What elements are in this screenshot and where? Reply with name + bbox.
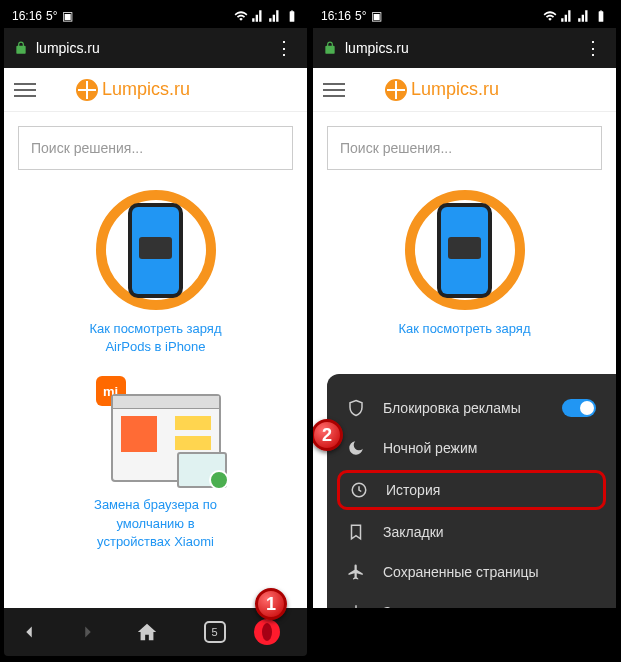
statusbar: 16:16 5° ▣ bbox=[4, 4, 307, 28]
opera-icon bbox=[254, 619, 280, 645]
download-icon bbox=[347, 603, 367, 608]
lock-icon bbox=[14, 41, 28, 55]
screenshot-icon: ▣ bbox=[62, 9, 73, 23]
battery-icon bbox=[594, 9, 608, 23]
article-title-1: Как посмотреть заряд bbox=[333, 320, 596, 338]
opera-menu-popup: Блокировка рекламы Ночной режим История bbox=[327, 374, 616, 608]
statusbar: 16:16 5° ▣ bbox=[313, 4, 616, 28]
url-text: lumpics.ru bbox=[36, 40, 100, 56]
menu-label: История bbox=[386, 482, 440, 498]
site-header: Lumpics.ru bbox=[313, 68, 616, 112]
orange-icon bbox=[76, 79, 98, 101]
status-time: 16:16 bbox=[12, 9, 42, 23]
page-content: Lumpics.ru Поиск решения... Как посмотре… bbox=[313, 68, 616, 608]
article-card-1[interactable]: Как посмотреть заряд bbox=[313, 184, 616, 348]
tabs-button[interactable]: 5 bbox=[195, 621, 235, 643]
battery-icon bbox=[285, 9, 299, 23]
adblock-toggle[interactable] bbox=[562, 399, 596, 417]
page-content: Lumpics.ru Поиск решения... Как посмотре… bbox=[4, 68, 307, 608]
search-input[interactable]: Поиск решения... bbox=[327, 126, 602, 170]
site-brand-text: Lumpics.ru bbox=[102, 79, 190, 100]
status-temp: 5° bbox=[46, 9, 57, 23]
signal-icon-2 bbox=[268, 9, 282, 23]
bottom-nav-hidden bbox=[313, 608, 616, 656]
search-placeholder: Поиск решения... bbox=[31, 140, 143, 156]
menu-label: Сохраненные страницы bbox=[383, 564, 539, 580]
article-card-2[interactable]: mi Замена браузера по умолчанию в устрой… bbox=[4, 366, 307, 561]
menu-item-adblock[interactable]: Блокировка рекламы bbox=[327, 388, 616, 428]
overflow-menu-icon[interactable]: ⋮ bbox=[271, 37, 297, 59]
hamburger-icon[interactable] bbox=[14, 83, 36, 97]
address-bar[interactable]: lumpics.ru ⋮ bbox=[313, 28, 616, 68]
wifi-icon bbox=[543, 9, 557, 23]
back-icon[interactable] bbox=[18, 621, 58, 643]
menu-label: Ночной режим bbox=[383, 440, 477, 456]
plane-icon bbox=[347, 563, 367, 581]
site-logo[interactable]: Lumpics.ru bbox=[76, 79, 190, 101]
address-bar[interactable]: lumpics.ru ⋮ bbox=[4, 28, 307, 68]
annotation-callout-1: 1 bbox=[255, 588, 287, 620]
screenshot-icon: ▣ bbox=[371, 9, 382, 23]
menu-label: Блокировка рекламы bbox=[383, 400, 521, 416]
site-header: Lumpics.ru bbox=[4, 68, 307, 112]
article-illustration bbox=[96, 190, 216, 310]
home-icon[interactable] bbox=[136, 621, 176, 643]
phone-left: 16:16 5° ▣ lumpics.ru ⋮ Lumpics.ru bbox=[4, 4, 307, 656]
tab-count: 5 bbox=[204, 621, 226, 643]
menu-item-downloads[interactable]: Загрузки bbox=[327, 592, 616, 608]
menu-item-saved[interactable]: Сохраненные страницы bbox=[327, 552, 616, 592]
menu-label: Закладки bbox=[383, 524, 444, 540]
url-text: lumpics.ru bbox=[345, 40, 409, 56]
site-logo[interactable]: Lumpics.ru bbox=[385, 79, 499, 101]
article-illustration-2: mi bbox=[86, 376, 226, 486]
signal-icon-2 bbox=[577, 9, 591, 23]
phone-right: 16:16 5° ▣ lumpics.ru ⋮ Lumpics.ru bbox=[313, 4, 616, 656]
menu-item-night[interactable]: Ночной режим bbox=[327, 428, 616, 468]
status-time: 16:16 bbox=[321, 9, 351, 23]
article-title-1: Как посмотреть заряд AirPods в iPhone bbox=[24, 320, 287, 356]
menu-item-bookmarks[interactable]: Закладки bbox=[327, 512, 616, 552]
overflow-menu-icon[interactable]: ⋮ bbox=[580, 37, 606, 59]
search-input[interactable]: Поиск решения... bbox=[18, 126, 293, 170]
article-title-2: Замена браузера по умолчанию в устройств… bbox=[24, 496, 287, 551]
orange-icon bbox=[385, 79, 407, 101]
menu-label: Загрузки bbox=[383, 604, 439, 608]
bookmark-icon bbox=[347, 523, 367, 541]
moon-icon bbox=[347, 439, 367, 457]
article-illustration bbox=[405, 190, 525, 310]
hamburger-icon[interactable] bbox=[323, 83, 345, 97]
menu-item-history[interactable]: История bbox=[337, 470, 606, 510]
signal-icon bbox=[251, 9, 265, 23]
site-brand-text: Lumpics.ru bbox=[411, 79, 499, 100]
search-placeholder: Поиск решения... bbox=[340, 140, 452, 156]
forward-icon[interactable] bbox=[77, 621, 117, 643]
signal-icon bbox=[560, 9, 574, 23]
status-temp: 5° bbox=[355, 9, 366, 23]
lock-icon bbox=[323, 41, 337, 55]
wifi-icon bbox=[234, 9, 248, 23]
article-card-1[interactable]: Как посмотреть заряд AirPods в iPhone bbox=[4, 184, 307, 366]
opera-menu-button[interactable] bbox=[254, 619, 294, 645]
shield-icon bbox=[347, 399, 367, 417]
history-icon bbox=[350, 481, 370, 499]
